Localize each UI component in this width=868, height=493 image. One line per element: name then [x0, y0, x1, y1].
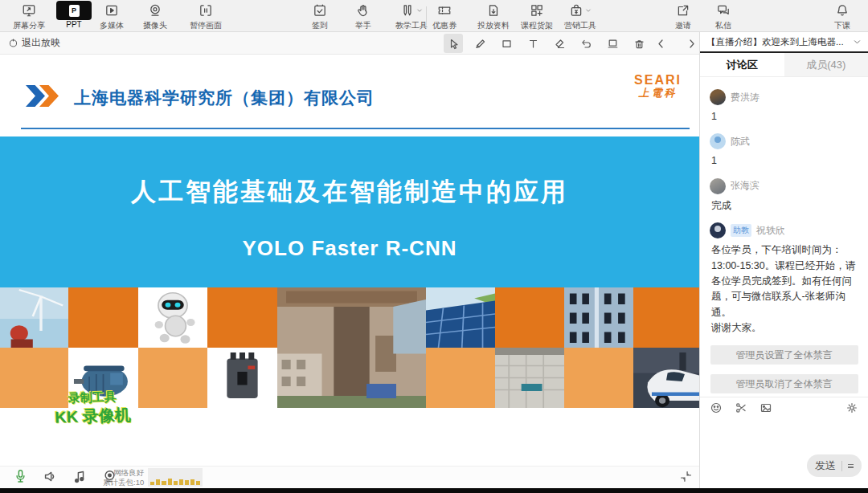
send-options-icon[interactable]	[848, 464, 854, 468]
shape-tool-button[interactable]	[497, 34, 516, 53]
select-tool-button[interactable]	[444, 34, 463, 53]
raise-hand-button[interactable]: 举手	[355, 2, 371, 31]
send-button[interactable]: 发送	[807, 454, 862, 477]
live-intro-bar[interactable]: 【直播介绍】欢迎来到上海电器...	[700, 32, 868, 53]
invite-label: 邀请	[675, 20, 691, 31]
message-text: 1	[711, 153, 858, 169]
next-slide-button[interactable]	[682, 34, 701, 53]
mosaic-photo-robot	[138, 287, 207, 348]
pen-icon	[474, 38, 486, 50]
sign-in-button[interactable]: 签到	[312, 2, 328, 31]
sign-in-icon	[313, 2, 327, 19]
previous-slide-button[interactable]	[651, 34, 670, 53]
avatar	[710, 222, 726, 238]
multimedia-button[interactable]: 多媒体	[100, 2, 124, 31]
message-text: 各位学员，下午培训时间为：13:00-15:30。课程已经开始，请各位学员完成签…	[711, 242, 858, 320]
end-class-button[interactable]: 下课	[834, 2, 850, 31]
chat-message-list[interactable]: 费洪涛 1 陈武 1 张海滨 完成	[700, 77, 868, 397]
course-shelf-button[interactable]: 课程货架	[521, 2, 553, 31]
eraser-tool-button[interactable]	[550, 34, 569, 53]
rectangle-icon	[501, 38, 513, 50]
coupon-label: 优惠券	[432, 20, 457, 31]
materials-button[interactable]: 投放资料	[477, 2, 510, 31]
message-text: 1	[711, 109, 858, 124]
coupon-button[interactable]: 优惠券	[432, 2, 457, 31]
recording-watermark: 录制工具 KK 录像机	[54, 389, 131, 428]
sender-name: 费洪涛	[731, 91, 760, 104]
message-input-area[interactable]: 发送	[700, 418, 868, 488]
exit-slideshow-icon	[8, 38, 18, 48]
music-note-icon[interactable]	[72, 469, 88, 484]
coupon-icon	[437, 2, 452, 19]
collapse-icon	[679, 470, 693, 483]
camera-label: 摄像头	[143, 20, 167, 31]
chevron-down-icon[interactable]	[853, 38, 862, 47]
ppt-icon: P	[56, 2, 92, 19]
send-label: 发送	[815, 458, 836, 473]
chevron-right-icon	[686, 38, 698, 50]
pause-screen-button[interactable]: 暂停画面	[190, 2, 222, 31]
avatar	[710, 178, 726, 194]
mosaic-tile-orange-light	[564, 348, 633, 408]
slide-navigation	[651, 34, 701, 53]
sign-in-label: 签到	[312, 20, 328, 31]
text-tool-button[interactable]	[523, 34, 542, 53]
send-divider	[841, 461, 842, 471]
text-icon	[527, 38, 539, 50]
materials-label: 投放资料	[477, 20, 510, 31]
chat-message: 陈武 1	[710, 133, 858, 169]
watermark-line2: KK 录像机	[55, 404, 131, 428]
chevron-left-icon	[655, 38, 667, 50]
end-class-label: 下课	[834, 20, 850, 31]
end-class-bell-icon	[835, 2, 850, 19]
course-shelf-label: 课程货架	[521, 20, 553, 31]
slide-canvas[interactable]: 上海电器科学研究所（集团）有限公司 SEARI 上電科 人工智能基础及在智能制造…	[0, 55, 699, 466]
invite-button[interactable]: 邀请	[675, 2, 691, 31]
live-intro-title: 【直播介绍】欢迎来到上海电器...	[706, 36, 853, 48]
tab-discussion[interactable]: 讨论区	[700, 53, 784, 76]
exit-slideshow-label: 退出放映	[22, 36, 60, 50]
logo-text: SEARI	[634, 74, 682, 88]
microphone-icon[interactable]	[13, 469, 28, 484]
avatar	[710, 89, 726, 105]
mosaic-tile-orange-dark	[68, 287, 138, 348]
marketing-tools-button[interactable]: 营销工具	[564, 2, 596, 31]
sender-name: 陈武	[731, 135, 750, 149]
mosaic-tile-orange-dark	[633, 287, 699, 348]
trash-icon	[633, 38, 645, 50]
image-icon[interactable]	[760, 401, 772, 414]
clear-annotations-button[interactable]	[629, 34, 649, 53]
speaker-icon[interactable]	[43, 469, 58, 484]
screen-share-button[interactable]: 屏幕分享	[13, 2, 45, 31]
multimedia-label: 多媒体	[100, 20, 124, 31]
pen-tool-button[interactable]	[470, 34, 489, 53]
mosaic-tile-orange-dark	[495, 287, 564, 348]
tab-members[interactable]: 成员(43)	[784, 53, 868, 76]
ppt-label: PPT	[66, 20, 81, 29]
teaching-tools-icon	[400, 2, 423, 19]
raise-hand-icon	[356, 2, 371, 19]
private-message-button[interactable]: 私信	[715, 2, 731, 31]
top-toolbar: 屏幕分享 P PPT 多媒体 摄像头 暂停画面	[0, 0, 868, 32]
raise-hand-label: 举手	[355, 20, 371, 31]
undo-button[interactable]	[576, 34, 596, 53]
teaching-tools-button[interactable]: 教学工具	[395, 2, 428, 31]
exit-slideshow-button[interactable]: 退出放映	[8, 36, 60, 50]
ppt-button-active[interactable]: P PPT	[56, 2, 92, 29]
network-histogram	[148, 468, 203, 487]
presenter-screen-button[interactable]	[603, 34, 622, 53]
chat-settings-gear-icon[interactable]	[845, 401, 858, 414]
mosaic-tile-orange-light	[138, 348, 207, 408]
camera-button[interactable]: 摄像头	[143, 2, 167, 31]
collapse-panel-button[interactable]	[679, 470, 693, 487]
invite-icon	[676, 2, 690, 19]
screen-share-label: 屏幕分享	[13, 20, 45, 31]
annotation-toolbar	[444, 34, 649, 53]
cursor-icon	[448, 38, 460, 50]
chat-message: 助教 祝轶欣 各位学员，下午培训时间为：13:00-15:30。课程已经开始，请…	[710, 222, 858, 336]
chevron-down-icon	[585, 6, 592, 15]
marketing-tools-label: 营销工具	[564, 20, 596, 31]
screenshot-scissors-icon[interactable]	[735, 401, 747, 414]
emoji-icon[interactable]	[710, 401, 723, 414]
network-indicator: 网络良好 累计丢包:10	[103, 468, 203, 487]
